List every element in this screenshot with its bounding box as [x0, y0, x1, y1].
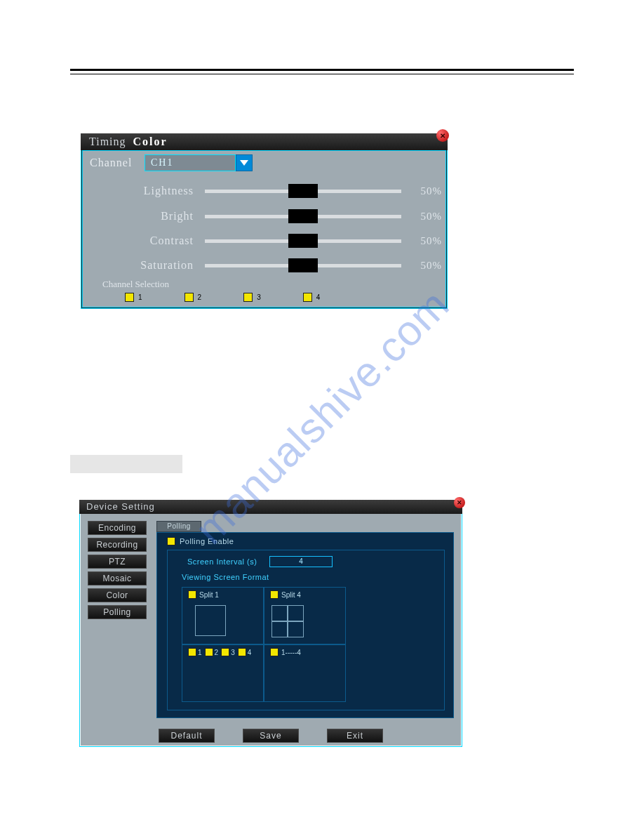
device-setting-window: Device Setting ✕ Encoding Recording PTZ … [79, 500, 462, 747]
channel-checkbox-1[interactable]: 1 [125, 293, 142, 302]
saturation-label: Saturation [119, 259, 205, 272]
split4-label: Split 4 [281, 591, 301, 599]
close-icon[interactable]: ✕ [436, 129, 449, 142]
channel-label: Channel [90, 157, 132, 169]
bright-value: 50% [421, 211, 443, 223]
title-prefix: Timing [89, 135, 126, 148]
bright-thumb[interactable] [288, 209, 318, 223]
bright-label: Bright [119, 210, 205, 223]
bright-slider[interactable] [205, 215, 401, 218]
split1-label: Split 1 [199, 591, 219, 599]
ch4-checkbox[interactable] [238, 648, 246, 656]
sidebar: Encoding Recording PTZ Mosaic Color Poll… [88, 521, 147, 619]
polling-panel: Polling Enable Screen Interval (s) 4 Vie… [156, 532, 454, 718]
saturation-value: 50% [421, 260, 443, 272]
range-label: 1-----4 [281, 649, 301, 656]
sidebar-item-recording[interactable]: Recording [88, 538, 147, 552]
channel-checkbox-3[interactable]: 3 [243, 293, 261, 302]
split1-checkbox[interactable] [188, 590, 196, 599]
saturation-thumb[interactable] [288, 258, 318, 272]
sidebar-item-encoding[interactable]: Encoding [88, 521, 147, 535]
ch2-checkbox[interactable] [205, 648, 213, 656]
polling-enable-checkbox[interactable] [167, 537, 175, 545]
lightness-slider[interactable] [205, 190, 401, 193]
default-button[interactable]: Default [159, 729, 215, 743]
contrast-value: 50% [421, 235, 443, 247]
timing-color-titlebar: Timing Color [81, 133, 448, 150]
screen-interval-label: Screen Interval (s) [187, 557, 257, 566]
lightness-thumb[interactable] [288, 184, 318, 198]
timing-color-window: Timing Color ✕ Channel CH1 Lightness 50%… [81, 133, 448, 309]
format-range-cell[interactable]: 1-----4 [264, 644, 346, 702]
device-setting-titlebar: Device Setting [79, 500, 462, 514]
format-split1-cell[interactable]: Split 1 [182, 587, 264, 644]
text-highlight [70, 455, 182, 473]
close-icon[interactable]: ✕ [454, 497, 465, 508]
contrast-slider[interactable] [205, 239, 401, 243]
sidebar-item-polling[interactable]: Polling [88, 605, 147, 619]
channel-selection-label: Channel Selection [102, 279, 169, 290]
split4-checkbox[interactable] [270, 590, 279, 599]
channel-dropdown-button[interactable] [236, 154, 253, 171]
format-channels-cell[interactable]: 1 2 3 4 [182, 644, 264, 702]
format-split4-cell[interactable]: Split 4 [264, 587, 346, 644]
chevron-down-icon [240, 160, 248, 166]
saturation-slider[interactable] [205, 264, 401, 267]
tab-polling[interactable]: Polling [156, 521, 201, 532]
sidebar-item-ptz[interactable]: PTZ [88, 555, 147, 569]
svg-marker-0 [240, 160, 248, 166]
screen-interval-input[interactable]: 4 [269, 556, 333, 567]
range-checkbox[interactable] [270, 648, 279, 656]
channel-checkbox-4[interactable]: 4 [303, 293, 321, 302]
lightness-value: 50% [421, 185, 443, 197]
viewing-format-label: Viewing Screen Format [182, 573, 269, 581]
polling-enable-label: Polling Enable [180, 537, 234, 545]
contrast-thumb[interactable] [288, 234, 318, 248]
contrast-label: Contrast [119, 234, 205, 247]
title-suffix: Color [133, 135, 168, 148]
ch3-checkbox[interactable] [221, 648, 229, 656]
save-button[interactable]: Save [243, 729, 299, 743]
exit-button[interactable]: Exit [327, 729, 383, 743]
lightness-label: Lightness [119, 185, 205, 197]
sidebar-item-mosaic[interactable]: Mosaic [88, 571, 147, 585]
channel-selection-row: 1 2 3 4 [125, 293, 320, 302]
channel-select-value[interactable]: CH1 [145, 154, 236, 171]
channel-checkbox-2[interactable]: 2 [185, 293, 202, 302]
ch1-checkbox[interactable] [188, 648, 196, 656]
sidebar-item-color[interactable]: Color [88, 588, 147, 602]
split1-preview-icon [195, 605, 226, 636]
